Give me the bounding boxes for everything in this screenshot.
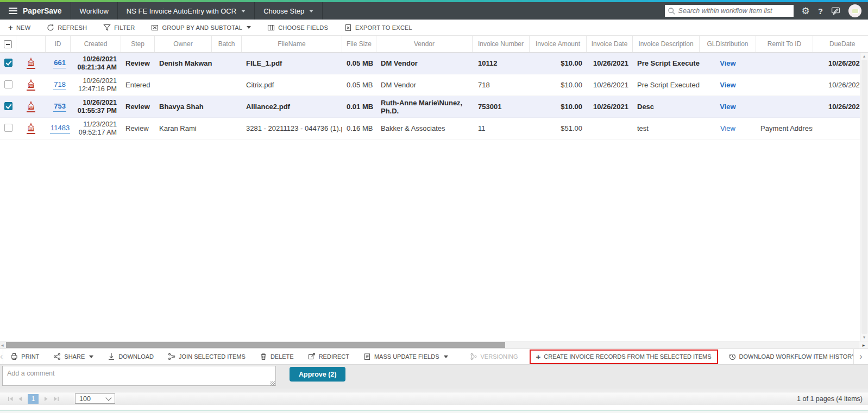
feedback-icon[interactable]	[831, 7, 840, 15]
search-input[interactable]	[676, 7, 791, 15]
gldistribution-view-link[interactable]: View	[720, 103, 735, 111]
invoice-description-cell: Pre Script Executed	[633, 59, 700, 67]
table-row[interactable]: PDF 11483 11/23/202109:52:17 AM Review K…	[0, 118, 860, 139]
page-size-select[interactable]: 100	[75, 393, 115, 404]
header-filesize[interactable]: File Size	[342, 36, 376, 52]
new-button[interactable]: + NEW	[8, 23, 30, 31]
table-row[interactable]: PDF 753 10/26/202101:55:37 PM Review Bha…	[0, 96, 860, 118]
horizontal-scrollbar[interactable]: ◂ ▸	[0, 341, 868, 348]
table-row[interactable]: PDF 718 10/26/202112:47:16 PM Entered Ci…	[0, 74, 860, 96]
plus-icon: +	[536, 353, 541, 361]
header-filename[interactable]: FileName	[242, 36, 342, 52]
toolbar-scroll-right[interactable]: ›	[853, 349, 868, 364]
help-icon[interactable]: ?	[818, 7, 823, 15]
comment-section: Approve (2)	[0, 365, 868, 389]
pdf-attachment-link[interactable]: PDF	[27, 79, 35, 91]
settings-gear-icon[interactable]: ⚙	[802, 7, 810, 16]
first-page-button[interactable]	[5, 394, 15, 404]
header-step[interactable]: Step	[121, 36, 155, 52]
previous-page-button[interactable]	[15, 394, 25, 404]
pdf-attachment-link[interactable]: PDF	[27, 58, 35, 69]
nav-workflow-selector[interactable]: NS FE Invoice AutoEntry with OCR	[118, 2, 255, 20]
step-cell: Entered	[121, 81, 155, 89]
scroll-left-icon[interactable]: ◂	[1, 341, 4, 348]
comment-input[interactable]	[2, 366, 276, 386]
join-selected-items-button[interactable]: JOIN SELECTED ITEMS	[161, 349, 253, 364]
header-invoice-date[interactable]: Invoice Date	[587, 36, 633, 52]
next-page-button[interactable]	[41, 394, 51, 404]
invoice-amount-cell: $10.00	[530, 103, 587, 111]
header-due-date[interactable]: DueDate	[813, 36, 860, 52]
row-checkbox[interactable]	[4, 80, 12, 88]
grid-toolbar: + NEW REFRESH FILTER GROUP BY AND SUBTOT…	[0, 20, 868, 36]
last-page-button[interactable]	[51, 394, 61, 404]
gldistribution-view-link[interactable]: View	[720, 81, 735, 89]
attachment-cell: PDF	[16, 79, 46, 91]
delete-button[interactable]: DELETE	[253, 349, 301, 364]
select-all-checkbox[interactable]	[4, 40, 12, 48]
gldistribution-cell: View	[700, 103, 756, 111]
invoice-description-cell: test	[633, 124, 700, 132]
item-id-link[interactable]: 718	[53, 80, 66, 90]
id-cell: 11483	[46, 124, 71, 134]
row-checkbox[interactable]	[4, 124, 12, 132]
pdf-attachment-link[interactable]: PDF	[27, 101, 35, 112]
columns-icon	[267, 24, 275, 31]
approve-button[interactable]: Approve (2)	[290, 367, 345, 382]
horizontal-scroll-thumb[interactable]	[6, 342, 505, 348]
user-avatar[interactable]	[848, 4, 861, 17]
header-gldistribution[interactable]: GLDistribution	[700, 36, 756, 52]
created-cell: 10/26/202101:55:37 PM	[71, 99, 121, 115]
header-owner[interactable]: Owner	[155, 36, 212, 52]
gldistribution-view-link[interactable]: View	[720, 59, 735, 67]
scroll-up-icon[interactable]: ▲	[863, 54, 866, 58]
scroll-right-icon[interactable]: ▸	[859, 341, 868, 348]
item-id-link[interactable]: 753	[53, 102, 66, 112]
header-vendor[interactable]: Vendor	[376, 36, 473, 52]
header-batch[interactable]: Batch	[212, 36, 242, 52]
plus-icon: +	[8, 23, 13, 31]
row-checkbox[interactable]	[4, 102, 12, 110]
item-id-link[interactable]: 11483	[50, 124, 70, 134]
gldistribution-cell: View	[700, 124, 756, 132]
nav-tab-workflow[interactable]: Workflow	[71, 2, 118, 20]
workflow-search[interactable]	[665, 5, 794, 17]
choose-fields-button[interactable]: CHOOSE FIELDS	[267, 24, 328, 31]
owner-cell: Bhavya Shah	[155, 103, 212, 111]
header-invoice-description[interactable]: Invoice Description	[633, 36, 700, 52]
mass-update-fields-button[interactable]: MASS UPDATE FIELDS	[356, 349, 455, 364]
header-invoice-amount[interactable]: Invoice Amount	[530, 36, 587, 52]
refresh-button[interactable]: REFRESH	[47, 24, 87, 31]
download-button[interactable]: DOWNLOAD	[100, 349, 161, 364]
header-created[interactable]: Created	[71, 36, 121, 52]
header-invoice-number[interactable]: Invoice Number	[473, 36, 530, 52]
header-id[interactable]: ID	[46, 36, 71, 52]
row-checkbox[interactable]	[4, 59, 12, 67]
vertical-scroll-thumb[interactable]	[861, 60, 867, 334]
current-page-button[interactable]: 1	[28, 394, 39, 404]
pdf-attachment-link[interactable]: PDF	[27, 123, 35, 134]
invoice-amount-cell: $10.00	[530, 59, 587, 67]
table-row[interactable]: PDF 661 10/26/202108:21:34 AM Review Den…	[0, 53, 860, 74]
due-date-cell: 10/26/2021	[813, 59, 860, 67]
group-by-button[interactable]: GROUP BY AND SUBTOTAL	[151, 24, 251, 31]
scroll-down-icon[interactable]: ▼	[863, 335, 866, 339]
item-id-link[interactable]: 661	[53, 59, 66, 68]
filter-button[interactable]: FILTER	[103, 24, 135, 31]
redirect-button[interactable]: REDIRECT	[301, 349, 356, 364]
header-remit-to-id[interactable]: Remit To ID	[756, 36, 813, 52]
download-workflow-item-history-button[interactable]: DOWNLOAD WORKFLOW ITEM HISTORY	[721, 349, 863, 364]
nav-choose-step-selector[interactable]: Choose Step	[255, 2, 323, 20]
pagination-bar: 1 100 1 of 1 pages (4 items)	[0, 392, 868, 405]
export-excel-button[interactable]: EXPORT TO EXCEL	[344, 24, 412, 31]
gldistribution-view-link[interactable]: View	[720, 124, 735, 132]
clipboard-edit-icon	[363, 353, 371, 360]
filesize-cell: 0.05 MB	[342, 81, 376, 89]
invoice-number-cell: 718	[473, 81, 530, 89]
vertical-scrollbar[interactable]: ▲ ▼	[860, 53, 868, 341]
create-invoice-records-button[interactable]: + CREATE INVOICE RECORDS FROM THE SELECT…	[530, 350, 718, 364]
owner-cell: Denish Makwana	[155, 59, 212, 67]
share-button[interactable]: SHARE	[46, 349, 100, 364]
main-menu-button[interactable]: PaperSave	[0, 2, 71, 20]
print-button[interactable]: PRINT	[3, 349, 46, 364]
